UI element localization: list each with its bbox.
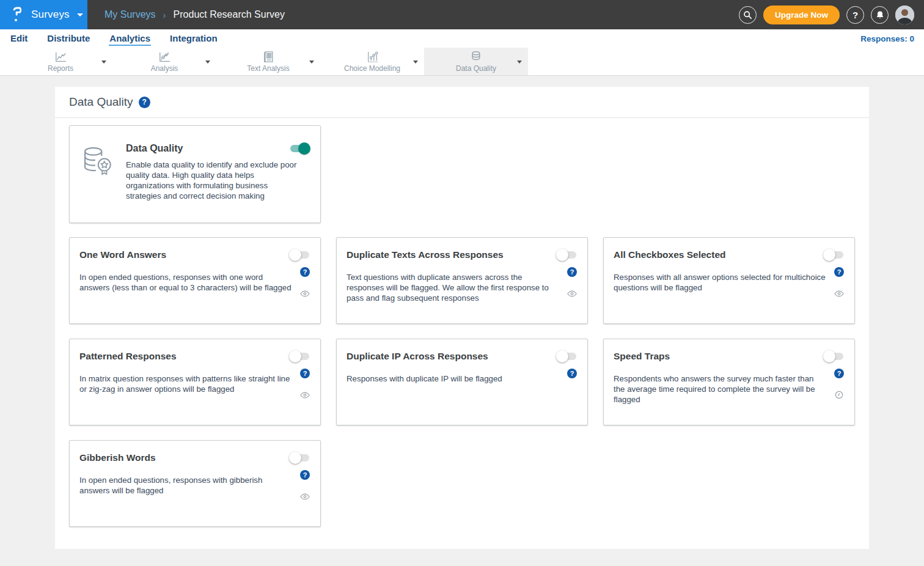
help-icon[interactable]: ?	[300, 369, 310, 378]
document-grid-icon	[263, 51, 274, 63]
eye-icon[interactable]	[300, 390, 310, 400]
breadcrumb-current-survey: Product Research Survey	[174, 9, 285, 20]
gibberish-words-toggle[interactable]	[290, 454, 309, 461]
duplicate-ip-toggle[interactable]	[557, 353, 576, 360]
topbar-actions: Upgrade Now ?	[739, 6, 924, 24]
one-word-answers-toggle[interactable]	[290, 251, 309, 259]
scatter-chart-icon	[366, 51, 379, 63]
data-quality-panel: Data Quality ?	[55, 87, 869, 549]
card-one-word-answers: One Word Answers In open ended questions…	[69, 237, 321, 324]
card-duplicate-ip: Duplicate IP Across Responses Responses …	[336, 339, 588, 425]
analytics-toolbar: Reports Analysis Text Analysis	[0, 48, 924, 76]
survey-section-nav: Edit Distribute Analytics Integration Re…	[0, 29, 924, 48]
speed-traps-toggle[interactable]	[824, 353, 843, 360]
patterned-responses-toggle[interactable]	[290, 353, 309, 360]
search-icon	[743, 10, 752, 20]
clock-icon[interactable]	[835, 390, 843, 400]
multi-line-chart-icon	[158, 51, 171, 63]
tab-reports[interactable]: Reports	[9, 48, 112, 75]
questionpro-logo-icon	[12, 7, 25, 23]
tab-analysis-caret[interactable]	[205, 61, 210, 64]
help-icon[interactable]: ?	[834, 369, 844, 378]
tab-data-quality[interactable]: Data Quality	[424, 48, 528, 75]
quality-rules-grid: One Word Answers In open ended questions…	[69, 237, 855, 527]
card-description: Respondents who answers the survey much …	[614, 373, 826, 405]
eye-icon[interactable]	[300, 491, 310, 501]
all-checkboxes-toggle[interactable]	[824, 251, 843, 259]
card-description: In open ended questions, responses with …	[79, 272, 292, 298]
bell-icon	[876, 10, 884, 20]
eye-icon[interactable]	[300, 289, 310, 298]
panel-header: Data Quality ?	[55, 87, 869, 118]
tab-text-analysis-caret[interactable]	[309, 61, 314, 64]
page-body: Data Quality ?	[0, 76, 924, 549]
card-description: Responses with duplicate IP will be flag…	[346, 373, 559, 384]
card-all-checkboxes: All Checkboxes Selected Responses with a…	[603, 237, 855, 324]
card-description: Text questions with duplicate answers ac…	[346, 272, 559, 303]
topbar: Surveys My Surveys › Product Research Su…	[0, 0, 924, 29]
help-icon[interactable]: ?	[834, 267, 844, 277]
database-medal-icon	[79, 143, 126, 222]
tab-text-analysis[interactable]: Text Analysis	[216, 48, 320, 75]
search-button[interactable]	[739, 6, 757, 24]
card-description: Enable data quality to identify and excl…	[126, 160, 298, 201]
chevron-down-icon	[77, 13, 83, 17]
eye-icon[interactable]	[567, 289, 577, 298]
tab-data-quality-caret[interactable]	[517, 61, 522, 64]
notifications-button[interactable]	[871, 6, 889, 24]
brand-product-label: Surveys	[31, 9, 70, 21]
nav-item-edit[interactable]: Edit	[10, 32, 28, 46]
panel-content: Data Quality Enable data quality to iden…	[55, 118, 869, 527]
tab-analysis[interactable]: Analysis	[112, 48, 216, 75]
card-description: Responses with all answer options select…	[614, 272, 826, 298]
breadcrumb-separator-icon: ›	[163, 10, 166, 20]
duplicate-texts-toggle[interactable]	[557, 251, 576, 259]
page-help-icon[interactable]: ?	[139, 97, 150, 108]
card-title: Data Quality	[126, 143, 183, 154]
avatar[interactable]	[895, 6, 914, 24]
page-title: Data Quality	[69, 95, 133, 109]
breadcrumb-my-surveys[interactable]: My Surveys	[105, 9, 156, 20]
responses-count: Responses: 0	[860, 34, 914, 43]
data-quality-toggle[interactable]	[290, 145, 309, 152]
card-speed-traps: Speed Traps Respondents who answers the …	[603, 339, 855, 425]
card-description: In matrix question responses with patter…	[79, 373, 292, 400]
tab-choice-modelling[interactable]: Choice Modelling	[320, 48, 424, 75]
nav-item-distribute[interactable]: Distribute	[46, 32, 90, 46]
help-icon[interactable]: ?	[567, 267, 577, 277]
card-description: In open ended questions, responses with …	[79, 475, 292, 501]
data-quality-master-card: Data Quality Enable data quality to iden…	[69, 125, 321, 223]
upgrade-now-button[interactable]: Upgrade Now	[763, 6, 840, 24]
app-menu-button[interactable]: Surveys	[0, 0, 87, 29]
help-icon[interactable]: ?	[300, 267, 310, 277]
database-icon	[470, 51, 482, 63]
line-chart-icon	[54, 51, 67, 63]
help-button[interactable]: ?	[846, 6, 864, 24]
help-icon[interactable]: ?	[300, 470, 310, 480]
card-gibberish-words: Gibberish Words In open ended questions,…	[69, 440, 321, 527]
help-icon[interactable]: ?	[567, 369, 577, 378]
card-patterned-responses: Patterned Responses In matrix question r…	[69, 339, 321, 425]
feature-content: Data Quality Enable data quality to iden…	[126, 143, 310, 222]
nav-item-analytics[interactable]: Analytics	[109, 32, 151, 46]
eye-icon[interactable]	[834, 289, 844, 298]
tab-reports-caret[interactable]	[101, 61, 106, 64]
question-mark-icon: ?	[853, 10, 858, 20]
breadcrumb: My Surveys › Product Research Survey	[105, 9, 285, 20]
nav-item-integration[interactable]: Integration	[169, 32, 218, 46]
card-duplicate-texts: Duplicate Texts Across Responses Text qu…	[336, 237, 588, 324]
tab-choice-modelling-caret[interactable]	[413, 61, 418, 64]
